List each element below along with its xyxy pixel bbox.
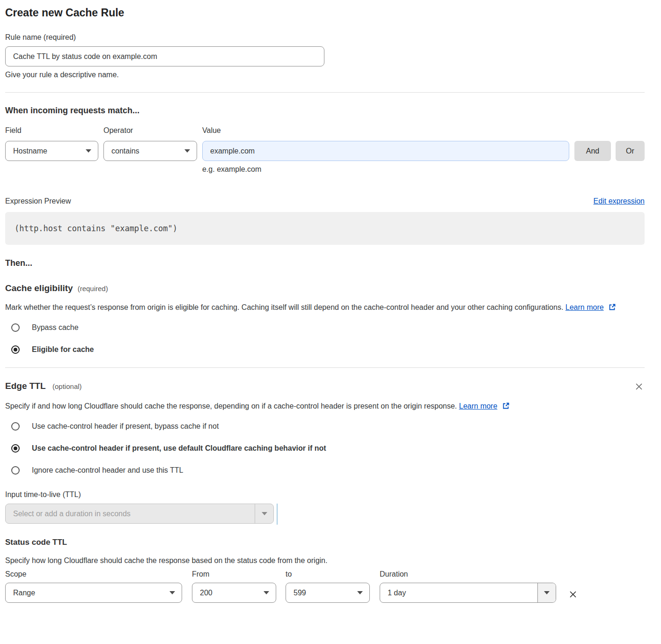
expression-code: (http.host contains "example.com") xyxy=(15,224,177,233)
from-select-value: 200 xyxy=(200,589,213,597)
ttl-select-row: Select or add a duration in seconds xyxy=(5,504,645,525)
field-label: Field xyxy=(5,126,103,135)
from-select[interactable]: 200 xyxy=(192,583,276,603)
radio-label: Use cache-control header if present, use… xyxy=(32,444,326,453)
delete-status-ttl-row-button[interactable] xyxy=(567,589,579,600)
operator-select-value: contains xyxy=(111,147,140,155)
radio-button-checked[interactable] xyxy=(11,444,20,453)
duration-column: Duration 1 day xyxy=(380,570,556,603)
scope-column: Scope Range xyxy=(5,570,182,603)
status-code-ttl-description: Specify how long Cloudflare should cache… xyxy=(5,556,645,565)
ttl-input-label: Input time-to-live (TTL) xyxy=(5,490,645,499)
status-code-ttl-row: Scope Range From 200 to 599 Duration 1 d… xyxy=(5,570,645,603)
radio-label: Ignore cache-control header and use this… xyxy=(32,466,183,475)
or-button[interactable]: Or xyxy=(616,141,645,161)
chevron-down-icon xyxy=(544,591,550,594)
value-label: Value xyxy=(202,126,221,135)
page-title: Create new Cache Rule xyxy=(5,7,645,19)
duration-label: Duration xyxy=(380,570,556,578)
cache-eligibility-heading: Cache eligibility xyxy=(5,283,73,293)
edit-expression-link[interactable]: Edit expression xyxy=(594,197,645,205)
match-section-heading: When incoming requests match... xyxy=(5,106,645,116)
external-link-icon xyxy=(609,303,616,311)
duration-select-arrow-segment[interactable] xyxy=(537,583,556,602)
expression-preview-label: Expression Preview xyxy=(5,197,71,205)
ttl-duration-select-disabled: Select or add a duration in seconds xyxy=(5,504,274,524)
chevron-down-icon xyxy=(86,149,91,153)
section-divider xyxy=(5,367,645,368)
value-input[interactable] xyxy=(202,141,569,161)
eligible-for-cache-option[interactable]: Eligible for cache xyxy=(5,345,645,354)
scope-select[interactable]: Range xyxy=(5,583,182,603)
section-divider xyxy=(5,92,645,93)
match-labels-row: Field Operator Value xyxy=(5,126,645,135)
chevron-down-icon xyxy=(264,591,269,594)
field-select-value: Hostname xyxy=(13,147,47,155)
field-select[interactable]: Hostname xyxy=(5,141,98,161)
radio-button-unchecked[interactable] xyxy=(11,422,20,431)
operator-label: Operator xyxy=(103,126,202,135)
match-row: Hostname contains e.g. example.com And O… xyxy=(5,141,645,174)
edge-ttl-heading-group: Edge TTL (optional) xyxy=(5,381,82,391)
to-label: to xyxy=(286,570,370,578)
radio-button-unchecked[interactable] xyxy=(11,466,20,475)
text-cursor-marker xyxy=(277,504,278,525)
status-code-ttl-heading: Status code TTL xyxy=(5,538,645,547)
edge-ttl-option-default[interactable]: Use cache-control header if present, use… xyxy=(5,444,645,453)
required-badge: (required) xyxy=(78,285,108,293)
duration-select[interactable]: 1 day xyxy=(380,583,556,603)
expression-header: Expression Preview Edit expression xyxy=(5,197,645,205)
value-helper: e.g. example.com xyxy=(202,165,569,174)
from-column: From 200 xyxy=(192,570,276,603)
edge-ttl-learn-more-link[interactable]: Learn more xyxy=(459,402,498,410)
close-icon xyxy=(568,590,578,599)
chevron-down-icon xyxy=(184,149,190,153)
ttl-select-placeholder: Select or add a duration in seconds xyxy=(6,504,255,523)
chevron-down-icon xyxy=(357,591,363,594)
and-button[interactable]: And xyxy=(574,141,611,161)
chevron-down-icon xyxy=(262,512,267,515)
cache-eligibility-description: Mark whether the request’s response from… xyxy=(5,301,645,314)
ttl-select-arrow-segment xyxy=(255,504,273,523)
radio-label: Bypass cache xyxy=(32,323,79,332)
rule-name-helper: Give your rule a descriptive name. xyxy=(5,71,645,79)
cache-eligibility-description-text: Mark whether the request’s response from… xyxy=(5,303,563,311)
edge-ttl-close-button[interactable] xyxy=(633,381,645,392)
value-column: e.g. example.com xyxy=(202,141,569,174)
cache-eligibility-heading-row: Cache eligibility (required) xyxy=(5,283,645,293)
bypass-cache-option[interactable]: Bypass cache xyxy=(5,323,645,332)
edge-ttl-option-ignore[interactable]: Ignore cache-control header and use this… xyxy=(5,466,645,475)
from-label: From xyxy=(192,570,276,578)
optional-badge: (optional) xyxy=(52,382,82,390)
scope-select-value: Range xyxy=(13,589,35,597)
to-column: to 599 xyxy=(286,570,370,603)
edge-ttl-option-bypass[interactable]: Use cache-control header if present, byp… xyxy=(5,422,645,431)
radio-button-checked[interactable] xyxy=(11,345,20,354)
edge-ttl-heading: Edge TTL xyxy=(5,381,46,391)
chevron-down-icon xyxy=(169,591,175,594)
then-heading: Then... xyxy=(5,258,645,268)
to-select[interactable]: 599 xyxy=(286,583,370,603)
to-select-value: 599 xyxy=(294,589,306,597)
edge-ttl-description-text: Specify if and how long Cloudflare shoul… xyxy=(5,402,457,410)
duration-select-value: 1 day xyxy=(380,583,537,602)
rule-name-input[interactable] xyxy=(5,46,324,66)
cache-eligibility-learn-more-link[interactable]: Learn more xyxy=(566,303,604,311)
edge-ttl-description: Specify if and how long Cloudflare shoul… xyxy=(5,400,645,413)
radio-label: Use cache-control header if present, byp… xyxy=(32,422,219,431)
external-link-icon xyxy=(502,402,510,410)
scope-label: Scope xyxy=(5,570,182,578)
rule-name-label: Rule name (required) xyxy=(5,33,645,42)
operator-select[interactable]: contains xyxy=(103,141,197,161)
expression-preview-block: (http.host contains "example.com") xyxy=(5,212,645,245)
radio-label: Eligible for cache xyxy=(32,345,94,354)
close-icon xyxy=(634,382,644,391)
create-cache-rule-form: Create new Cache Rule Rule name (require… xyxy=(0,0,661,617)
radio-button-unchecked[interactable] xyxy=(11,323,20,332)
edge-ttl-heading-row: Edge TTL (optional) xyxy=(5,381,645,392)
